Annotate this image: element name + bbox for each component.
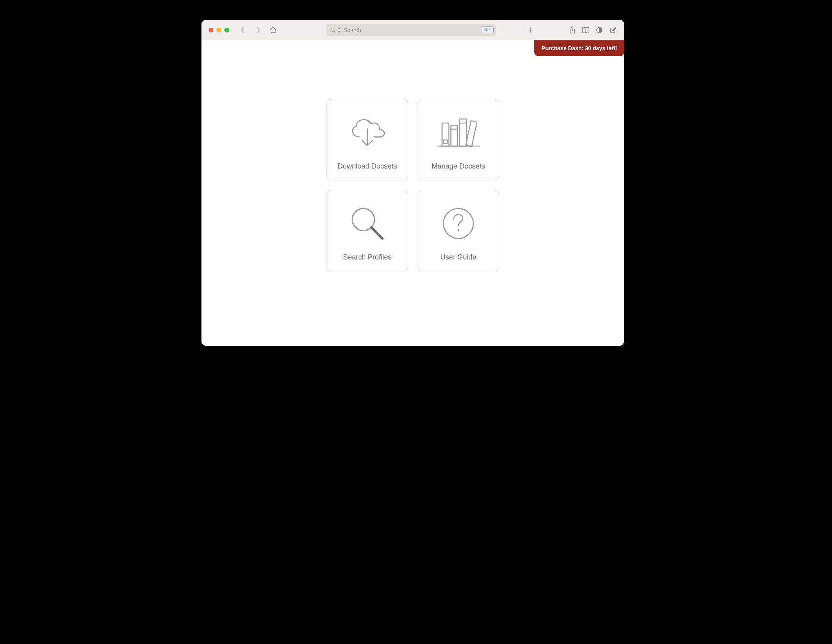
close-window-button[interactable] [209, 28, 213, 32]
cloud-download-icon [330, 105, 405, 160]
app-window: ⌘L [201, 20, 624, 346]
purchase-banner[interactable]: Purchase Dash: 30 days left! [534, 40, 624, 56]
search-shortcut-badge: ⌘L [482, 27, 494, 33]
svg-line-1 [334, 31, 335, 32]
forward-button[interactable] [252, 24, 264, 36]
search-field[interactable]: ⌘L [326, 24, 496, 36]
magnifier-icon [330, 196, 405, 251]
manage-docsets-card[interactable]: Manage Docsets [418, 99, 499, 180]
svg-marker-2 [338, 27, 341, 29]
plus-icon [527, 27, 534, 34]
share-icon [569, 26, 576, 34]
user-guide-label: User Guide [440, 253, 476, 261]
search-icon [330, 27, 336, 33]
svg-marker-3 [338, 31, 341, 33]
bookshelf-icon [421, 105, 496, 160]
svg-rect-16 [466, 121, 477, 146]
purchase-banner-text: Purchase Dash: 30 days left! [541, 45, 617, 51]
svg-point-21 [458, 229, 460, 231]
edit-button[interactable] [607, 24, 619, 36]
scope-arrows-icon [337, 27, 341, 33]
start-cards: Download Docsets [327, 99, 499, 271]
appearance-button[interactable] [593, 24, 605, 36]
minimize-window-button[interactable] [217, 28, 221, 32]
user-guide-card[interactable]: User Guide [418, 190, 499, 271]
share-button[interactable] [566, 24, 578, 36]
search-profiles-label: Search Profiles [343, 253, 391, 261]
book-icon [582, 27, 590, 34]
chevron-left-icon [241, 27, 245, 34]
chevron-right-icon [256, 27, 260, 34]
svg-point-20 [443, 208, 473, 239]
search-input[interactable] [344, 24, 482, 36]
svg-rect-17 [443, 140, 447, 143]
zoom-window-button[interactable] [224, 28, 229, 32]
download-docsets-label: Download Docsets [338, 162, 397, 170]
manage-docsets-label: Manage Docsets [431, 162, 485, 170]
help-icon [421, 196, 496, 251]
download-docsets-card[interactable]: Download Docsets [327, 99, 408, 180]
window-controls [209, 28, 229, 32]
compose-icon [609, 26, 617, 34]
home-icon [269, 26, 277, 34]
search-profiles-card[interactable]: Search Profiles [327, 190, 408, 271]
home-button[interactable] [267, 24, 279, 36]
bookmarks-button[interactable] [580, 24, 592, 36]
svg-line-19 [371, 227, 382, 239]
content-area: Purchase Dash: 30 days left! Download Do… [201, 40, 624, 346]
new-tab-button[interactable] [524, 24, 536, 36]
half-circle-icon [596, 27, 603, 34]
back-button[interactable] [237, 24, 249, 36]
toolbar: ⌘L [201, 20, 624, 40]
